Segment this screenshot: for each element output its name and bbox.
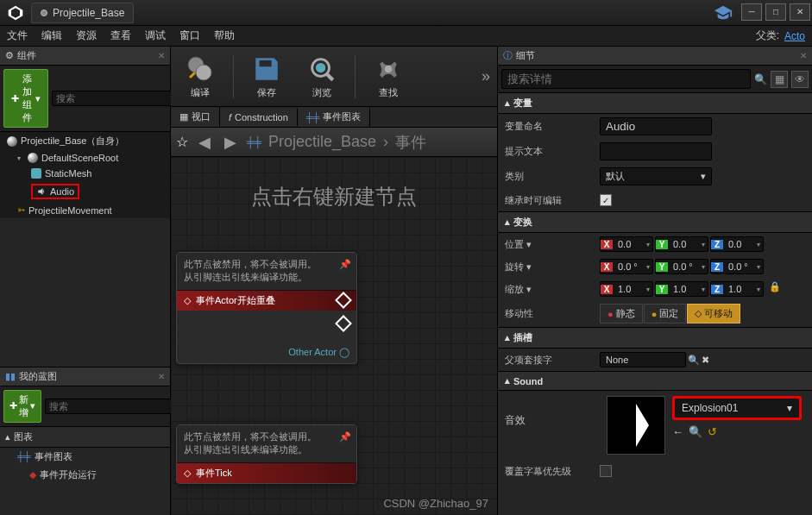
- nav-back-icon[interactable]: ◀: [195, 133, 214, 152]
- tree-projectile-movement[interactable]: ➳ ProjectileMovement: [0, 202, 170, 218]
- save-button[interactable]: 保存: [244, 50, 289, 103]
- use-selected-icon[interactable]: ←: [672, 425, 683, 438]
- breadcrumb-1[interactable]: Projectile_Base: [268, 133, 376, 151]
- tab-event-graph[interactable]: ╪╪ 事件图表: [298, 107, 371, 127]
- add-component-button[interactable]: ✚ 添加组件 ▾: [3, 69, 48, 128]
- tree-root[interactable]: Projectile_Base（自身）: [0, 132, 170, 150]
- clear-icon[interactable]: ✖: [702, 355, 709, 366]
- expand-icon[interactable]: ▴: [505, 97, 510, 109]
- property-matrix-icon[interactable]: ▦: [771, 71, 788, 88]
- sound-thumbnail[interactable]: [607, 396, 665, 455]
- variable-section[interactable]: ▴变量: [498, 92, 812, 114]
- node-begin-overlap[interactable]: 此节点被禁用，将不会被调用。 从引脚连出引线来编译功能。 📌 ◇ 事件Actor…: [176, 252, 357, 364]
- close-icon[interactable]: ✕: [800, 51, 807, 60]
- expand-icon[interactable]: ▴: [505, 375, 510, 386]
- pos-z-input[interactable]: Z0.0▾: [710, 236, 764, 252]
- myblueprint-panel-tab[interactable]: ▮▮ 我的蓝图 ✕: [0, 367, 170, 386]
- sphere-icon: [28, 153, 38, 163]
- editable-checkbox[interactable]: ✓: [600, 194, 612, 206]
- scale-x-input[interactable]: X1.0▾: [600, 281, 653, 297]
- begin-play-item[interactable]: ◆ 事件开始运行: [0, 466, 170, 484]
- blueprint-search-input[interactable]: [45, 399, 173, 414]
- rot-x-input[interactable]: X0.0 °▾: [600, 259, 653, 274]
- event-graph-item[interactable]: ╪╪ 事件图表: [0, 448, 170, 466]
- node-title: 事件Actor开始重叠: [196, 294, 275, 307]
- expand-icon[interactable]: ▴: [5, 431, 10, 443]
- title-tab[interactable]: Projectile_Base: [31, 3, 134, 23]
- sound-asset-combo[interactable]: Explosion01 ▾: [672, 396, 802, 420]
- lock-icon[interactable]: 🔒: [769, 281, 781, 297]
- graduation-cap-icon[interactable]: [714, 3, 733, 22]
- menu-view[interactable]: 查看: [110, 28, 131, 43]
- minimize-button[interactable]: ─: [741, 3, 762, 21]
- mobility-stationary[interactable]: ●固定: [644, 304, 687, 323]
- transform-section[interactable]: ▴变换: [498, 211, 812, 233]
- expand-icon[interactable]: ▾: [17, 154, 24, 162]
- close-button[interactable]: ✕: [790, 3, 810, 21]
- star-icon[interactable]: ☆: [176, 134, 188, 150]
- find-button[interactable]: 查找: [366, 50, 411, 103]
- menu-debug[interactable]: 调试: [145, 28, 166, 43]
- sound-label: 音效: [505, 396, 600, 428]
- node-header[interactable]: ◇ 事件Tick: [177, 463, 356, 483]
- search-icon[interactable]: 🔍: [688, 355, 700, 366]
- socket-combo[interactable]: None: [600, 352, 686, 367]
- exec-out-pin[interactable]: [335, 292, 352, 309]
- expand-icon[interactable]: ▴: [505, 217, 510, 228]
- tooltip-input[interactable]: [600, 142, 712, 160]
- browse-to-icon[interactable]: 🔍: [689, 425, 702, 438]
- close-icon[interactable]: ✕: [158, 372, 165, 381]
- parent-class-link[interactable]: Acto: [784, 30, 805, 42]
- search-icon[interactable]: 🔍: [754, 73, 767, 85]
- browse-button[interactable]: 浏览: [299, 50, 344, 103]
- breadcrumb-2[interactable]: 事件: [395, 132, 426, 153]
- tree-audio[interactable]: Audio: [0, 181, 170, 202]
- details-search-input[interactable]: [501, 69, 751, 89]
- category-combo[interactable]: 默认▾: [600, 167, 712, 185]
- other-actor-pin[interactable]: Other Actor ◯: [177, 345, 356, 363]
- rot-y-input[interactable]: Y0.0 °▾: [655, 259, 708, 274]
- components-panel-tab[interactable]: ⚙ 组件 ✕: [0, 47, 170, 66]
- tree-static-mesh[interactable]: StaticMesh: [0, 166, 170, 181]
- graph-section[interactable]: ▴ 图表: [0, 426, 170, 448]
- menu-help[interactable]: 帮助: [214, 28, 235, 43]
- socket-label: 父项套接字: [505, 354, 600, 367]
- nav-fwd-icon[interactable]: ▶: [221, 133, 240, 152]
- reset-icon[interactable]: ↺: [708, 425, 717, 438]
- maximize-button[interactable]: □: [765, 3, 786, 21]
- menu-asset[interactable]: 资源: [76, 28, 97, 43]
- expand-icon[interactable]: ▴: [505, 332, 510, 343]
- tree-scene-root[interactable]: ▾ DefaultSceneRoot: [0, 150, 170, 166]
- scale-z-input[interactable]: Z1.0▾: [710, 281, 764, 297]
- close-icon[interactable]: ✕: [158, 51, 165, 60]
- pin-icon: 📌: [339, 430, 351, 443]
- rot-z-input[interactable]: Z0.0 °▾: [710, 259, 764, 274]
- pos-x-input[interactable]: X0.0▾: [600, 236, 653, 252]
- node-header[interactable]: ◇ 事件Actor开始重叠: [177, 291, 356, 311]
- scale-y-input[interactable]: Y1.0▾: [655, 281, 708, 297]
- menu-file[interactable]: 文件: [7, 28, 28, 43]
- mobility-movable[interactable]: ◇可移动: [687, 304, 740, 323]
- chevron-right-icon[interactable]: »: [482, 67, 490, 85]
- subtitle-checkbox[interactable]: [600, 465, 612, 477]
- exec-pin[interactable]: [335, 315, 352, 332]
- slot-section[interactable]: ▴插槽: [498, 327, 812, 349]
- graph-canvas[interactable]: 点击右键新建节点 此节点被禁用，将不会被调用。 从引脚连出引线来编译功能。 📌 …: [171, 157, 497, 515]
- sound-asset-name: Explosion01: [682, 402, 738, 414]
- tab-viewport[interactable]: ▦ 视口: [171, 107, 220, 127]
- tab-construction[interactable]: f Construction: [220, 109, 298, 126]
- node-tick[interactable]: 此节点被禁用，将不会被调用。 从引脚连出引线来编译功能。 📌 ◇ 事件Tick: [176, 424, 357, 484]
- var-name-input[interactable]: [600, 117, 712, 135]
- view-options-icon[interactable]: 👁: [791, 71, 809, 88]
- compile-button[interactable]: 编译: [178, 50, 223, 103]
- pos-y-input[interactable]: Y0.0▾: [655, 236, 708, 252]
- new-button[interactable]: ✚ 新增 ▾: [3, 390, 41, 423]
- components-search-input[interactable]: [52, 91, 179, 106]
- mobility-static[interactable]: ●静态: [600, 304, 643, 323]
- details-panel-tab[interactable]: ⓘ 细节 ✕: [498, 47, 812, 66]
- menu-edit[interactable]: 编辑: [41, 28, 62, 43]
- sound-section[interactable]: ▴Sound: [498, 371, 812, 391]
- svg-point-1: [196, 65, 211, 80]
- chevron-right-icon: ›: [383, 133, 388, 151]
- menu-window[interactable]: 窗口: [179, 28, 200, 43]
